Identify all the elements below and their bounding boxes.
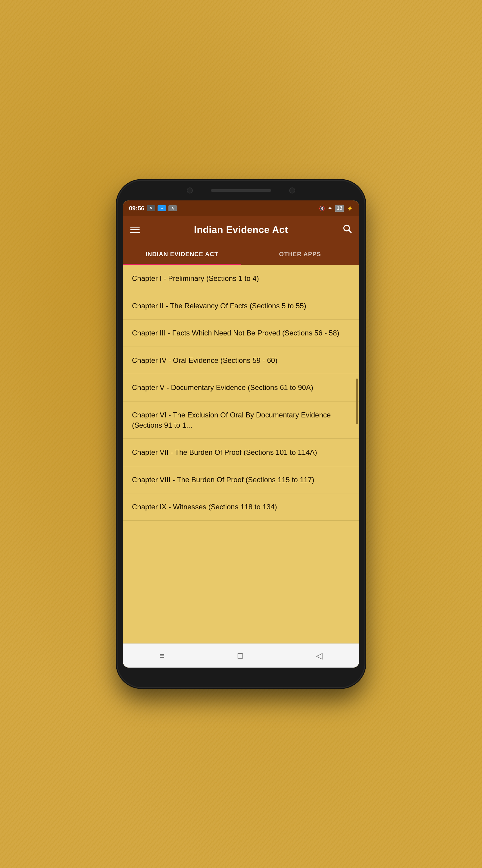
phone-frame: 09:56 ✕ ✦ A 🔇 ✷ 13 ⚡ Indian Evidence Act (118, 181, 364, 687)
chapter-item-4[interactable]: Chapter IV - Oral Evidence (Sections 59 … (123, 347, 359, 374)
nav-home-button[interactable]: □ (229, 648, 252, 664)
chapter-list: Chapter I - Preliminary (Sections 1 to 4… (123, 265, 359, 644)
bottom-nav: ≡ □ ◁ (123, 644, 359, 668)
status-right: 🔇 ✷ 13 ⚡ (319, 205, 353, 212)
tab-bar: INDIAN EVIDENCE ACT OTHER APPS (123, 243, 359, 265)
chapter-text-4: Chapter IV - Oral Evidence (Sections 59 … (132, 356, 278, 364)
chapter-text-8: Chapter VIII - The Burden Of Proof (Sect… (132, 475, 314, 484)
chapter-item-9[interactable]: Chapter IX - Witnesses (Sections 118 to … (123, 493, 359, 521)
tab-indian-evidence-act[interactable]: INDIAN EVIDENCE ACT (123, 243, 241, 265)
chapter-text-3: Chapter III - Facts Which Need Not Be Pr… (132, 329, 339, 337)
app-bar: Indian Evidence Act (123, 216, 359, 243)
status-left: 09:56 ✕ ✦ A (129, 205, 177, 212)
chapter-item-7[interactable]: Chapter VII - The Burden Of Proof (Secti… (123, 439, 359, 466)
search-icon[interactable] (342, 224, 352, 236)
chapter-text-2: Chapter II - The Relevancy Of Facts (Sec… (132, 302, 306, 310)
camera-left (187, 187, 193, 193)
chapter-text-1: Chapter I - Preliminary (Sections 1 to 4… (132, 274, 259, 282)
chapter-item-1[interactable]: Chapter I - Preliminary (Sections 1 to 4… (123, 265, 359, 292)
tab-other-apps[interactable]: OTHER APPS (241, 243, 359, 265)
status-time: 09:56 (129, 205, 144, 212)
nav-back-button[interactable]: ◁ (307, 648, 332, 664)
chapter-item-2[interactable]: Chapter II - The Relevancy Of Facts (Sec… (123, 292, 359, 320)
scroll-indicator (356, 378, 358, 424)
charge-icon: ⚡ (347, 206, 353, 211)
chapter-item-3[interactable]: Chapter III - Facts Which Need Not Be Pr… (123, 319, 359, 347)
chapter-text-5: Chapter V - Documentary Evidence (Sectio… (132, 383, 313, 392)
status-icon-close: ✕ (147, 205, 155, 211)
chapter-item-8[interactable]: Chapter VIII - The Burden Of Proof (Sect… (123, 466, 359, 494)
chapter-item-5[interactable]: Chapter V - Documentary Evidence (Sectio… (123, 374, 359, 401)
status-bar: 09:56 ✕ ✦ A 🔇 ✷ 13 ⚡ (123, 200, 359, 216)
chapter-text-9: Chapter IX - Witnesses (Sections 118 to … (132, 503, 277, 511)
bluetooth-icon: ✷ (328, 206, 332, 211)
camera-right (289, 187, 295, 193)
phone-screen: 09:56 ✕ ✦ A 🔇 ✷ 13 ⚡ Indian Evidence Act (123, 200, 359, 668)
svg-line-1 (349, 230, 351, 232)
chapter-item-6[interactable]: Chapter VI - The Exclusion Of Oral By Do… (123, 401, 359, 439)
battery-indicator: 13 (335, 205, 344, 212)
nav-menu-button[interactable]: ≡ (150, 648, 173, 664)
mute-icon: 🔇 (319, 206, 325, 211)
chapter-text-7: Chapter VII - The Burden Of Proof (Secti… (132, 448, 317, 456)
hamburger-menu-button[interactable] (130, 227, 140, 233)
status-icon-app2: A (168, 205, 177, 211)
chapter-text-6: Chapter VI - The Exclusion Of Oral By Do… (132, 411, 331, 429)
status-icon-app1: ✦ (158, 205, 166, 211)
app-title: Indian Evidence Act (194, 224, 288, 236)
